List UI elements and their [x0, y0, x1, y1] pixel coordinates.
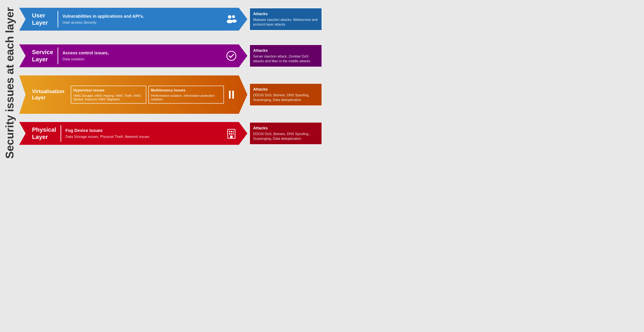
virtualisation-attack-desc: DDOS/ DoS, Botnets, DNS Spoofing, Scaven…: [253, 93, 318, 102]
physical-banner: PhysicalLayer Fog Device Issues Data Sto…: [19, 116, 247, 150]
service-attack-title: Attacks: [253, 48, 318, 53]
svg-point-4: [227, 51, 236, 60]
svg-rect-11: [229, 133, 230, 134]
physical-issue-desc: Data Storage issues, Physical Theft, Net…: [66, 135, 222, 139]
service-attack-desc: Server injection attack, Zombie/ DoS att…: [253, 54, 318, 64]
physical-layer-name: PhysicalLayer: [19, 122, 60, 145]
service-issue-title: Access control issues,: [62, 50, 222, 55]
virtualisation-attack-title: Attacks: [253, 87, 318, 92]
multitenancy-box: Multitenancy Issues Performance isolatio…: [148, 86, 224, 104]
physical-content: Fog Device Issues Data Storage issues, P…: [61, 125, 226, 142]
hypervisor-desc: VM/C Escape, VM/C Hoping, VM/C Theft, VM…: [73, 94, 144, 101]
physical-arrow: PhysicalLayer Fog Device Issues Data Sto…: [19, 122, 247, 145]
virtualisation-banner: VirtualisationLayer Hypervisor issues VM…: [19, 75, 247, 114]
svg-rect-10: [233, 131, 234, 132]
user-issue-title: Vulnerabilities in applications and API'…: [62, 14, 222, 19]
virtualisation-layer-name: VirtualisationLayer: [19, 84, 69, 105]
physical-layer-row: PhysicalLayer Fog Device Issues Data Sto…: [19, 116, 322, 150]
tools-icon: [226, 87, 247, 102]
svg-rect-6: [232, 91, 234, 99]
page-title: Security issues at each layer: [0, 0, 19, 166]
user-attack-title: Attacks: [253, 11, 318, 16]
layers-container: UserLayer Vulnerabilities in application…: [19, 0, 322, 166]
virtualisation-arrow: VirtualisationLayer Hypervisor issues VM…: [19, 75, 247, 114]
building-icon: [226, 126, 247, 141]
multitenancy-desc: Performance isolation, Information prote…: [151, 94, 221, 101]
physical-attack-box: Attacks DDOS/ DoS, Botnets, DNS Spoofing…: [250, 122, 322, 145]
virtualisation-attack-box: Attacks DDOS/ DoS, Botnets, DNS Spoofing…: [250, 83, 322, 106]
svg-point-0: [228, 15, 231, 18]
hypervisor-title: Hypervisor issues: [73, 88, 144, 92]
svg-rect-12: [231, 133, 232, 134]
svg-rect-8: [229, 131, 230, 132]
svg-rect-14: [230, 136, 233, 138]
virtualisation-layer-row: VirtualisationLayer Hypervisor issues VM…: [19, 75, 322, 114]
service-layer-row: ServiceLayer Access control issues, Data…: [19, 39, 322, 73]
user-issue-desc: User access Security: [62, 20, 222, 25]
service-banner: ServiceLayer Access control issues, Data…: [19, 39, 247, 73]
user-layer-row: UserLayer Vulnerabilities in application…: [19, 2, 322, 36]
hypervisor-box: Hypervisor issues VM/C Escape, VM/C Hopi…: [71, 86, 146, 104]
service-content: Access control issues, Data isolation: [58, 47, 226, 64]
user-arrow: UserLayer Vulnerabilities in application…: [19, 8, 247, 30]
service-layer-name: ServiceLayer: [19, 44, 58, 67]
svg-point-3: [232, 19, 237, 22]
physical-attack-desc: DDOS/ DoS, Botnets, DNS Spoofing , Scave…: [253, 132, 318, 141]
user-layer-name: UserLayer: [19, 8, 58, 30]
physical-attack-title: Attacks: [253, 126, 318, 130]
service-arrow: ServiceLayer Access control issues, Data…: [19, 44, 247, 67]
svg-rect-13: [233, 133, 234, 134]
multitenancy-title: Multitenancy Issues: [151, 88, 221, 92]
svg-point-1: [227, 19, 233, 23]
users-icon: [226, 12, 247, 27]
service-issue-desc: Data isolation: [62, 57, 222, 61]
virt-sub-boxes: Hypervisor issues VM/C Escape, VM/C Hopi…: [69, 83, 226, 106]
svg-point-2: [232, 15, 235, 18]
service-attack-box: Attacks Server injection attack, Zombie/…: [250, 44, 322, 67]
svg-rect-9: [231, 131, 232, 132]
user-banner: UserLayer Vulnerabilities in application…: [19, 2, 247, 36]
shield-icon: [226, 48, 247, 63]
user-attack-box: Attacks Malware injection attacks, Webse…: [250, 8, 322, 31]
user-attack-desc: Malware injection attacks, Webservice an…: [253, 17, 318, 27]
svg-rect-5: [229, 91, 231, 99]
physical-issue-title: Fog Device Issues: [66, 128, 222, 133]
user-content: Vulnerabilities in applications and API'…: [58, 11, 226, 28]
